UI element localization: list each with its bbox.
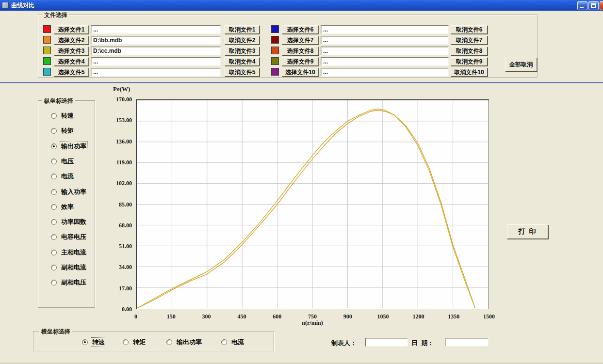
cancel-file-button[interactable]: 取消文件4 — [225, 57, 260, 66]
x-axis-groupbox: 横坐标选择 转速转矩输出功率电流 — [33, 331, 274, 351]
x-axis-option[interactable]: 转矩 — [123, 338, 147, 347]
radio-label: 输出功率 — [176, 338, 203, 347]
x-tick-label: 1500 — [475, 313, 503, 320]
file-path-input[interactable] — [321, 68, 449, 77]
file-path-input[interactable] — [91, 25, 221, 34]
y-axis-option[interactable]: 主相电流 — [51, 248, 87, 257]
y-tick-label: 85.00 — [105, 201, 132, 208]
y-axis-option[interactable]: 电压 — [51, 157, 75, 166]
radio-label: 功率因数 — [60, 218, 87, 226]
date-input[interactable] — [445, 338, 489, 347]
preparer-label: 制表人： — [331, 339, 357, 348]
maximize-button[interactable] — [588, 1, 599, 10]
x-tick-label: 450 — [228, 313, 255, 320]
select-file-button[interactable]: 选择文件7 — [282, 36, 319, 45]
file-color-swatch — [43, 36, 51, 44]
file-selection-groupbox: 文件选择 选择文件1取消文件1选择文件2取消文件2选择文件3取消文件3选择文件4… — [38, 15, 538, 78]
select-file-button[interactable]: 选择文件5 — [54, 68, 89, 77]
minimize-button[interactable] — [577, 1, 587, 10]
cancel-file-button[interactable]: 取消文件3 — [225, 47, 260, 55]
file-path-input[interactable] — [91, 57, 221, 66]
cancel-file-button[interactable]: 取消文件8 — [451, 47, 488, 55]
cancel-file-button[interactable]: 取消文件2 — [225, 36, 260, 45]
select-file-button[interactable]: 选择文件4 — [54, 57, 89, 66]
x-tick-label: 600 — [263, 313, 291, 320]
y-axis-option[interactable]: 副相电流 — [51, 263, 87, 272]
y-tick-label: 17.00 — [105, 285, 132, 292]
radio-label: 转矩 — [132, 338, 147, 347]
select-file-button[interactable]: 选择文件8 — [282, 47, 319, 55]
radio-label: 电流 — [60, 172, 75, 181]
y-axis-option[interactable]: 功率因数 — [51, 218, 87, 226]
x-tick-label: 1200 — [405, 313, 432, 320]
select-file-button[interactable]: 选择文件1 — [54, 25, 89, 34]
x-axis-option[interactable]: 转速 — [82, 338, 106, 347]
select-file-button[interactable]: 选择文件2 — [54, 36, 89, 45]
file-color-swatch — [271, 36, 279, 44]
cancel-file-button[interactable]: 取消文件5 — [225, 68, 260, 77]
radio-button-icon — [51, 189, 57, 195]
y-axis-option[interactable]: 输出功率 — [51, 142, 87, 151]
y-axis-option[interactable]: 转速 — [51, 111, 75, 120]
window-title: 曲线对比 — [11, 1, 34, 10]
radio-label: 效率 — [60, 203, 75, 211]
file-path-input[interactable] — [91, 47, 221, 55]
y-axis-option[interactable]: 电流 — [51, 172, 75, 181]
select-file-button[interactable]: 选择文件3 — [54, 47, 89, 55]
x-axis-option[interactable]: 电流 — [221, 338, 245, 347]
cancel-all-button[interactable]: 全部取消 — [505, 58, 537, 71]
file-path-input[interactable] — [321, 47, 449, 55]
radio-label: 主相电流 — [60, 248, 87, 257]
app-window: 曲线对比 ✕ 文件选择 选择文件1取消文件1选择文件2取消文件2选择文件3取消文… — [0, 0, 603, 364]
radio-selected-dot — [84, 341, 86, 343]
radio-label: 副相电压 — [60, 278, 87, 287]
radio-button-icon — [51, 234, 57, 240]
minimize-icon — [580, 7, 584, 8]
radio-label: 输入功率 — [60, 188, 87, 196]
radio-label: 转矩 — [60, 127, 75, 135]
file-color-swatch — [271, 68, 279, 76]
y-axis-groupbox: 纵坐标选择 转速转矩输出功率电压电流输入功率效率功率因数电容电压主相电流副相电流… — [38, 100, 95, 308]
radio-label: 电流 — [230, 338, 245, 347]
y-axis-option[interactable]: 效率 — [51, 203, 75, 211]
print-button[interactable]: 打 印 — [507, 224, 548, 239]
preparer-input[interactable] — [365, 338, 408, 347]
file-path-input[interactable] — [321, 25, 449, 34]
radio-button-icon — [51, 143, 57, 149]
close-button[interactable]: ✕ — [600, 1, 603, 10]
x-tick-label: 0 — [122, 313, 149, 320]
select-file-button[interactable]: 选择文件9 — [282, 57, 319, 66]
file-color-swatch — [271, 47, 279, 54]
file-path-input[interactable] — [321, 36, 449, 45]
file-path-input[interactable] — [91, 68, 221, 77]
close-icon: ✕ — [600, 2, 603, 8]
y-axis-option[interactable]: 电容电压 — [51, 233, 87, 241]
select-file-button[interactable]: 选择文件10 — [282, 68, 319, 77]
radio-label: 转速 — [60, 111, 75, 120]
x-axis-title: n(r/min) — [298, 319, 327, 327]
file-path-input[interactable] — [91, 36, 221, 45]
y-tick-label: 153.00 — [105, 117, 132, 124]
cancel-file-button[interactable]: 取消文件1 — [225, 25, 260, 34]
x-tick-label: 1050 — [370, 313, 397, 320]
y-tick-label: 102.00 — [105, 180, 132, 187]
y-axis-option[interactable]: 副相电压 — [51, 278, 87, 287]
cancel-file-button[interactable]: 取消文件6 — [451, 25, 488, 34]
y-axis-option[interactable]: 转矩 — [51, 127, 75, 135]
radio-label: 转速 — [91, 338, 106, 347]
cancel-file-button[interactable]: 取消文件9 — [451, 57, 488, 66]
select-file-button[interactable]: 选择文件6 — [282, 25, 319, 34]
plot-svg — [137, 100, 488, 308]
radio-button-icon — [51, 113, 57, 119]
separator-line — [0, 82, 603, 83]
cancel-file-button[interactable]: 取消文件7 — [451, 36, 488, 45]
radio-button-icon — [51, 128, 57, 134]
y-axis-option[interactable]: 输入功率 — [51, 188, 87, 196]
cancel-file-button[interactable]: 取消文件10 — [451, 68, 488, 77]
x-axis-option[interactable]: 输出功率 — [166, 338, 203, 347]
y-tick-label: 0.00 — [105, 306, 132, 313]
radio-label: 电压 — [60, 157, 75, 166]
radio-label: 副相电流 — [60, 263, 87, 272]
radio-button-icon — [51, 219, 57, 225]
file-path-input[interactable] — [321, 57, 449, 66]
